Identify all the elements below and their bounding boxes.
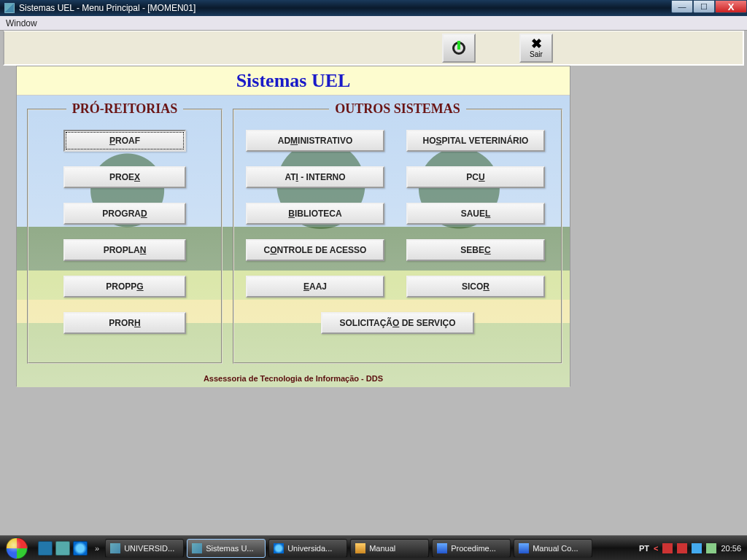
panel-content: PRÓ-REITORIAS PROAF PROEX PROGRAD PROPLA… — [17, 96, 570, 387]
close-button[interactable]: X — [715, 0, 747, 13]
group-outros-sistemas-title: OUTROS SISTEMAS — [329, 101, 466, 117]
tray-clock[interactable]: 20:56 — [721, 544, 741, 553]
taskbar-item-universid[interactable]: UNIVERSID... — [105, 539, 184, 558]
menu-bar: Window — [0, 16, 747, 31]
power-icon — [452, 42, 465, 55]
task-label: Manual — [369, 544, 395, 553]
group-outros-sistemas: OUTROS SISTEMAS ADMINISTRATIVO HOSPITAL … — [233, 101, 562, 364]
toolbar-exit-label: Sair — [530, 50, 543, 58]
toolbar-power-button[interactable] — [442, 34, 476, 63]
maximize-button[interactable]: ☐ — [693, 0, 715, 13]
panel-title: Sistemas UEL — [236, 70, 351, 92]
sauel-button[interactable]: SAUEL — [406, 203, 545, 225]
ie-icon[interactable] — [73, 541, 88, 556]
task-label: Manual Co... — [533, 544, 578, 553]
task-label: Sistemas U... — [206, 544, 253, 553]
hospital-vet-button[interactable]: HOSPITAL VETERINÁRIO — [406, 130, 545, 152]
show-desktop-icon[interactable] — [38, 541, 53, 556]
window-title: Sistemas UEL - Menu Principal - [MOMEN01… — [19, 3, 196, 13]
tray-flag-icon[interactable] — [677, 543, 687, 553]
app-icon — [4, 3, 15, 13]
tray-volume-icon[interactable] — [706, 543, 716, 553]
start-button[interactable] — [0, 536, 34, 561]
menu-window[interactable]: Window — [6, 18, 37, 28]
group-pro-reitorias: PRÓ-REITORIAS PROAF PROEX PROGRAD PROPLA… — [27, 101, 222, 364]
task-label: UNIVERSID... — [124, 544, 174, 553]
biblioteca-button[interactable]: BIBLIOTECA — [246, 203, 384, 225]
solicitacao-servico-button[interactable]: SOLICITAÇÃO DE SERVIÇO — [321, 312, 474, 334]
quick-launch — [34, 541, 92, 556]
quicklaunch-chevron-icon[interactable]: » — [92, 544, 102, 553]
proplan-button[interactable]: PROPLAN — [63, 239, 186, 261]
system-tray: PT < 20:56 — [633, 543, 747, 553]
taskbar: » UNIVERSID... Sistemas U... Universida.… — [0, 535, 747, 560]
task-icon — [110, 543, 120, 553]
task-icon — [274, 543, 284, 553]
window-titlebar: Sistemas UEL - Menu Principal - [MOMEN01… — [0, 0, 747, 16]
proppg-button[interactable]: PROPPG — [63, 276, 186, 298]
minimize-button[interactable]: — — [671, 0, 693, 13]
tray-av-icon[interactable] — [662, 543, 673, 553]
task-icon — [437, 543, 447, 553]
switch-windows-icon[interactable] — [55, 541, 70, 556]
group-pro-reitorias-title: PRÓ-REITORIAS — [66, 101, 184, 117]
toolbar: ✖ Sair — [3, 31, 744, 66]
task-icon — [355, 543, 365, 553]
close-icon: ✖ — [531, 37, 542, 50]
panel-footer: Assessoria de Tecnologia de Informação -… — [17, 374, 570, 383]
toolbar-exit-button[interactable]: ✖ Sair — [519, 34, 553, 63]
proex-button[interactable]: PROEX — [63, 166, 186, 188]
eaaj-button[interactable]: EAAJ — [246, 276, 384, 298]
taskbar-item-manual[interactable]: Manual — [350, 539, 429, 558]
windows-orb-icon — [6, 537, 28, 559]
task-icon — [519, 543, 529, 553]
administrativo-button[interactable]: ADMINISTRATIVO — [246, 130, 384, 152]
main-panel: Sistemas UEL PRÓ-REITORIAS PROAF PROEX P… — [16, 66, 570, 386]
taskbar-tasks: UNIVERSID... Sistemas U... Universida...… — [102, 539, 633, 558]
taskbar-item-procedime[interactable]: Procedime... — [432, 539, 511, 558]
task-icon — [192, 543, 202, 553]
tray-network-icon[interactable] — [692, 543, 702, 553]
sicor-button[interactable]: SICOR — [406, 276, 545, 298]
sebec-button[interactable]: SEBEC — [406, 239, 545, 261]
proaf-button[interactable]: PROAF — [63, 130, 186, 152]
pcu-button[interactable]: PCU — [406, 166, 545, 188]
tray-language[interactable]: PT — [639, 544, 649, 553]
ati-interno-button[interactable]: ATI - INTERNO — [246, 166, 384, 188]
taskbar-item-universida[interactable]: Universida... — [268, 539, 347, 558]
task-label: Procedime... — [451, 544, 496, 553]
prorh-button[interactable]: PRORH — [63, 312, 186, 334]
panel-header: Sistemas UEL — [17, 66, 570, 96]
tray-chevron-icon[interactable]: < — [654, 544, 658, 553]
taskbar-item-sistemas[interactable]: Sistemas U... — [187, 539, 266, 558]
taskbar-item-manual-co[interactable]: Manual Co... — [514, 539, 592, 558]
controle-acesso-button[interactable]: CONTROLE DE ACESSO — [246, 239, 384, 261]
task-label: Universida... — [287, 544, 332, 553]
prograd-button[interactable]: PROGRAD — [63, 203, 186, 225]
